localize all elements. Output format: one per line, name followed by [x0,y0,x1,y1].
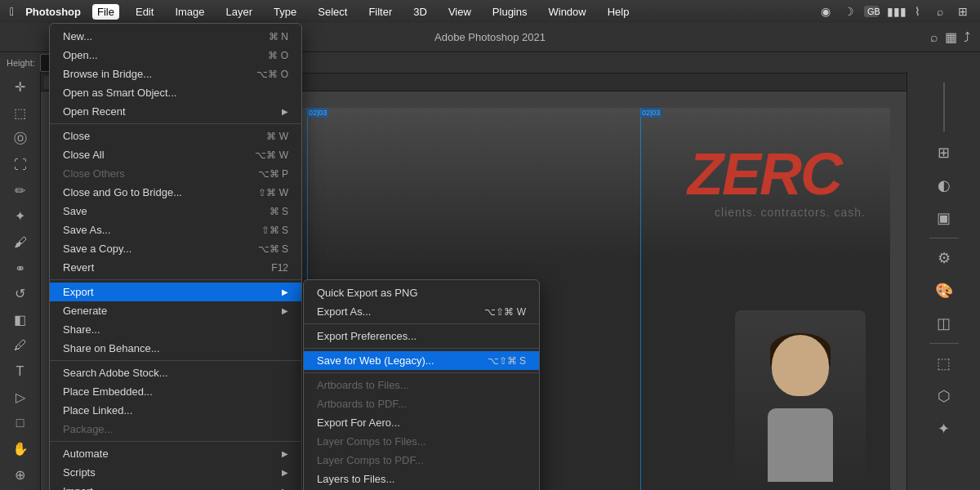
edit-menu-trigger[interactable]: Edit [131,4,158,20]
layer-menu-trigger[interactable]: Layer [221,4,258,20]
menu-item-package: Package... [50,420,301,439]
history-tool[interactable]: ↺ [7,282,33,306]
menu-item-search-stock[interactable]: Search Adobe Stock... [50,363,301,382]
menu-item-place-linked[interactable]: Place Linked... [50,401,301,420]
export-layers-files[interactable]: Layers to Files... [304,470,539,488]
menu-item-generate[interactable]: Generate [50,301,301,320]
export-submenu: Quick Export as PNG Export As... ⌥⇧⌘ W E… [303,279,540,490]
menu-item-open-smart[interactable]: Open as Smart Object... [50,83,301,102]
workspace-switcher-icon[interactable]: ▦ [945,29,957,45]
channels-icon[interactable]: ⬡ [929,381,959,411]
paths-icon[interactable]: ✦ [929,414,959,443]
menu-item-new[interactable]: New... ⌘ N [50,27,301,46]
file-menu-trigger[interactable]: File [92,4,119,20]
export-layer-comps-files: Layer Comps to Files... [304,432,539,451]
adjustments-icon[interactable]: ◐ [929,171,959,200]
exp-sep-2 [304,348,539,349]
separator-2 [50,279,301,280]
macos-menubar:  Photoshop File Edit Image Layer Type S… [0,0,980,23]
zoom-tool[interactable]: ⊕ [7,462,33,487]
user-icon[interactable]: GB [864,6,879,17]
menu-item-share[interactable]: Share... [50,320,301,339]
height-label: Height: [7,58,35,68]
type-tool[interactable]: T [7,359,33,384]
wifi-icon[interactable]: ⌇ [910,5,924,18]
avatar-head [772,335,829,396]
canvas-zero-text: ZERC [688,140,841,207]
menu-item-place-embedded[interactable]: Place Embedded... [50,382,301,401]
search-ps-icon[interactable]: ⌕ [930,30,938,45]
macos-bar-right: ◉ ☽ GB ▮▮▮ ⌇ ⌕ ⊞ [818,5,970,18]
select-tool[interactable]: ⬚ [7,101,33,126]
menu-item-scripts[interactable]: Scripts [50,463,301,482]
menu-item-automate[interactable]: Automate [50,444,301,463]
app-name: Photoshop [25,6,81,18]
pen-tool[interactable]: 🖊 [7,333,33,358]
brush-tool[interactable]: 🖌 [7,230,33,255]
3d-menu-trigger[interactable]: 3D [408,4,432,20]
share-ps-icon[interactable]: ⤴ [964,30,970,45]
window-menu-trigger[interactable]: Window [543,4,590,20]
separator-1 [50,123,301,124]
help-menu-trigger[interactable]: Help [603,4,635,20]
menu-item-share-behance[interactable]: Share on Behance... [50,339,301,358]
menu-item-save-as[interactable]: Save As... ⇧⌘ S [50,220,301,239]
menu-item-browse-bridge[interactable]: Browse in Bridge... ⌥⌘ O [50,65,301,83]
filter-menu-trigger[interactable]: Filter [363,4,397,20]
exp-sep-3 [304,372,539,373]
guide-line-2: 02|03 [640,108,641,490]
plugins-menu-trigger[interactable]: Plugins [488,4,532,20]
filter-effects-icon[interactable]: ⚙ [929,243,959,273]
export-save-for-web[interactable]: Save for Web (Legacy)... ⌥⇧⌘ S [304,351,539,370]
apple-menu[interactable]:  [10,5,14,18]
select-menu-trigger[interactable]: Select [313,4,352,20]
menu-item-close[interactable]: Close ⌘ W [50,127,301,145]
path-select-tool[interactable]: ▷ [7,385,33,410]
swatches-icon[interactable]: ◫ [929,309,959,338]
menu-item-save-copy[interactable]: Save a Copy... ⌥⌘ S [50,239,301,258]
layers-icon[interactable]: ⬚ [929,349,959,378]
separator-3 [50,360,301,361]
menu-item-close-all[interactable]: Close All ⌥⌘ W [50,145,301,164]
export-artboards-pdf: Artboards to PDF... [304,394,539,413]
hand-tool[interactable]: ✋ [7,437,33,461]
view-menu-trigger[interactable]: View [443,4,476,20]
document-title: Adobe Photoshop 2021 [434,31,546,43]
menu-item-open-recent[interactable]: Open Recent [50,102,301,121]
type-menu-trigger[interactable]: Type [269,4,301,20]
guide-label-2: 02|03 [640,108,662,118]
menu-item-export[interactable]: Export Quick Export as PNG Export As... … [50,283,301,301]
libraries-icon[interactable]: ▣ [929,203,959,233]
eyedropper-tool[interactable]: ✏ [7,179,33,203]
export-quick-png[interactable]: Quick Export as PNG [304,283,539,302]
avatar-figure [751,318,849,482]
healing-tool[interactable]: ✦ [7,204,33,229]
menu-item-open[interactable]: Open... ⌘ O [50,46,301,65]
canvas-tagline: clients. contractors. cash. [715,206,866,219]
control-center-icon[interactable]: ⊞ [956,5,970,18]
export-for-aero[interactable]: Export For Aero... [304,413,539,432]
gradient-tool[interactable]: ◧ [7,308,33,332]
crop-tool[interactable]: ⛶ [7,153,33,177]
export-preferences[interactable]: Export Preferences... [304,327,539,345]
menu-item-import[interactable]: Import [50,482,301,490]
image-menu-trigger[interactable]: Image [170,4,209,20]
battery-icon[interactable]: ▮▮▮ [887,5,902,18]
menu-item-save[interactable]: Save ⌘ S [50,202,301,220]
macos-bar-left:  Photoshop File Edit Image Layer Type S… [10,4,634,20]
airdrop-icon[interactable]: ◉ [818,5,833,18]
export-artboards-files: Artboards to Files... [304,376,539,394]
menu-item-close-go-bridge[interactable]: Close and Go to Bridge... ⇧⌘ W [50,183,301,202]
search-icon[interactable]: ⌕ [933,5,947,18]
shape-tool[interactable]: □ [7,411,33,435]
properties-icon[interactable]: ⊞ [929,138,959,167]
color-icon[interactable]: 🎨 [929,276,959,305]
lasso-tool[interactable]: ⓞ [7,127,33,151]
export-as[interactable]: Export As... ⌥⇧⌘ W [304,302,539,321]
move-tool[interactable]: ✛ [7,75,33,100]
clone-tool[interactable]: ⚭ [7,256,33,280]
exp-sep-1 [304,323,539,324]
do-not-disturb-icon[interactable]: ☽ [841,5,856,18]
canvas-avatar [735,310,866,490]
menu-item-revert[interactable]: Revert F12 [50,258,301,277]
